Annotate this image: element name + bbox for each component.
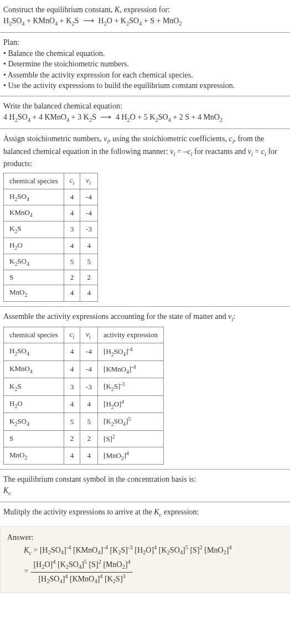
intro-section: Construct the equilibrium constant, K, e… [0, 0, 290, 32]
cell-c: 4 [64, 285, 80, 301]
cell-expr: [KMnO4]-4 [98, 360, 164, 378]
stoich-section: Assign stoichiometric numbers, νi, using… [0, 129, 290, 306]
cell-c: 3 [64, 378, 80, 396]
col-expr: activity expression [98, 327, 164, 343]
cell-species: MnO2 [4, 447, 64, 465]
plan-heading: Plan: [3, 37, 287, 48]
table-row: MnO244[MnO2]4 [4, 447, 164, 465]
table-row: S22[S]2 [4, 431, 164, 447]
cell-expr: [H2O]4 [98, 395, 164, 413]
balanced-section: Write the balanced chemical equation: 4 … [0, 96, 290, 128]
multiply-section: Mulitply the activity expressions to arr… [0, 502, 290, 523]
cell-nu: -3 [80, 221, 98, 238]
symbol-section: The equilibrium constant symbol in the c… [0, 470, 290, 502]
answer-line2: = [H2O]4 [K2SO4]5 [S]2 [MnO2]4 [H2SO4]4 … [24, 558, 283, 585]
cell-nu: 5 [80, 254, 98, 270]
cell-expr: [K2SO4]5 [98, 413, 164, 431]
cell-nu: 2 [80, 270, 98, 285]
cell-c: 4 [64, 395, 80, 413]
cell-nu: 2 [80, 431, 98, 447]
cell-nu: 4 [80, 447, 98, 465]
activity-section: Assemble the activity expressions accoun… [0, 307, 290, 470]
plan-item-text: Assemble the activity expression for eac… [8, 71, 193, 79]
cell-species: K2SO4 [4, 254, 64, 270]
answer-label: Answer: [7, 532, 283, 543]
equals-sign: = [24, 567, 28, 575]
cell-c: 4 [64, 343, 80, 361]
table-row: KMnO44-4 [4, 205, 98, 221]
cell-species: H2SO4 [4, 343, 64, 361]
col-nu: νi [80, 173, 98, 189]
stoich-table: chemical species ci νi H2SO44-4 KMnO44-4… [3, 173, 98, 302]
table-row: K2S3-3[K2S]-3 [4, 378, 164, 396]
table-row: H2O44 [4, 238, 98, 254]
cell-c: 5 [64, 254, 80, 270]
cell-species: KMnO4 [4, 360, 64, 378]
cell-nu: 4 [80, 285, 98, 301]
answer-fraction: [H2O]4 [K2SO4]5 [S]2 [MnO2]4 [H2SO4]4 [K… [31, 558, 132, 585]
cell-expr: [S]2 [98, 431, 164, 447]
fraction-denominator: [H2SO4]4 [KMnO4]4 [K2S]3 [31, 573, 132, 586]
table-row: K2S3-3 [4, 221, 98, 238]
col-c: ci [64, 173, 80, 189]
plan-item-text: Use the activity expressions to build th… [8, 81, 235, 90]
table-row: H2SO44-4 [4, 189, 98, 205]
plan-item: • Use the activity expressions to build … [3, 80, 287, 91]
cell-expr: [MnO2]4 [98, 447, 164, 465]
table-row: S22 [4, 270, 98, 285]
balanced-equation: 4 H2SO4 + 4 KMnO4 + 3 K2S ⟶ 4 H2O + 5 K2… [3, 112, 287, 124]
cell-c: 4 [64, 238, 80, 254]
cell-c: 4 [64, 189, 80, 205]
fraction-numerator: [H2O]4 [K2SO4]5 [S]2 [MnO2]4 [31, 558, 132, 572]
cell-nu: -4 [80, 205, 98, 221]
col-nu: νi [80, 327, 98, 343]
cell-nu: 4 [80, 395, 98, 413]
cell-nu: 4 [80, 238, 98, 254]
cell-species: H2SO4 [4, 189, 64, 205]
symbol-value: Kc [3, 485, 287, 497]
plan-item: • Assemble the activity expression for e… [3, 70, 287, 81]
multiply-heading: Mulitply the activity expressions to arr… [3, 507, 287, 519]
cell-c: 4 [64, 360, 80, 378]
table-row: KMnO44-4[KMnO4]-4 [4, 360, 164, 378]
col-species: chemical species [4, 327, 64, 343]
balanced-heading: Write the balanced chemical equation: [3, 101, 287, 112]
cell-species: KMnO4 [4, 205, 64, 221]
cell-species: K2S [4, 378, 64, 396]
table-row: K2SO455[K2SO4]5 [4, 413, 164, 431]
table-row: H2SO44-4[H2SO4]-4 [4, 343, 164, 361]
cell-c: 4 [64, 447, 80, 465]
cell-expr: [K2S]-3 [98, 378, 164, 396]
cell-nu: -4 [80, 343, 98, 361]
plan-item-text: Determine the stoichiometric numbers. [8, 60, 129, 68]
stoich-heading: Assign stoichiometric numbers, νi, using… [3, 133, 287, 169]
table-header-row: chemical species ci νi [4, 173, 98, 189]
construct-line: Construct the equilibrium constant, K, e… [3, 4, 287, 16]
cell-species: K2S [4, 221, 64, 238]
table-header-row: chemical species ci νi activity expressi… [4, 327, 164, 343]
plan-item: • Determine the stoichiometric numbers. [3, 59, 287, 70]
cell-nu: -4 [80, 360, 98, 378]
cell-nu: 5 [80, 413, 98, 431]
col-species: chemical species [4, 173, 64, 189]
activity-heading: Assemble the activity expressions accoun… [3, 311, 287, 323]
cell-expr: [H2SO4]-4 [98, 343, 164, 361]
activity-table: chemical species ci νi activity expressi… [3, 327, 164, 465]
answer-box: Answer: Kc = [H2SO4]-4 [KMnO4]-4 [K2S]-3… [0, 526, 290, 593]
plan-section: Plan: • Balance the chemical equation. •… [0, 33, 290, 96]
symbol-heading: The equilibrium constant symbol in the c… [3, 474, 287, 485]
cell-species: H2O [4, 395, 64, 413]
cell-c: 2 [64, 270, 80, 285]
cell-c: 4 [64, 205, 80, 221]
cell-c: 2 [64, 431, 80, 447]
cell-nu: -3 [80, 378, 98, 396]
plan-item-text: Balance the chemical equation. [8, 49, 105, 58]
cell-species: S [4, 431, 64, 447]
cell-species: H2O [4, 238, 64, 254]
plan-item: • Balance the chemical equation. [3, 48, 287, 59]
unbalanced-equation: H2SO4 + KMnO4 + K2S ⟶ H2O + K2SO4 + S + … [3, 16, 287, 28]
table-row: MnO244 [4, 285, 98, 301]
cell-nu: -4 [80, 189, 98, 205]
cell-c: 3 [64, 221, 80, 238]
cell-species: MnO2 [4, 285, 64, 301]
